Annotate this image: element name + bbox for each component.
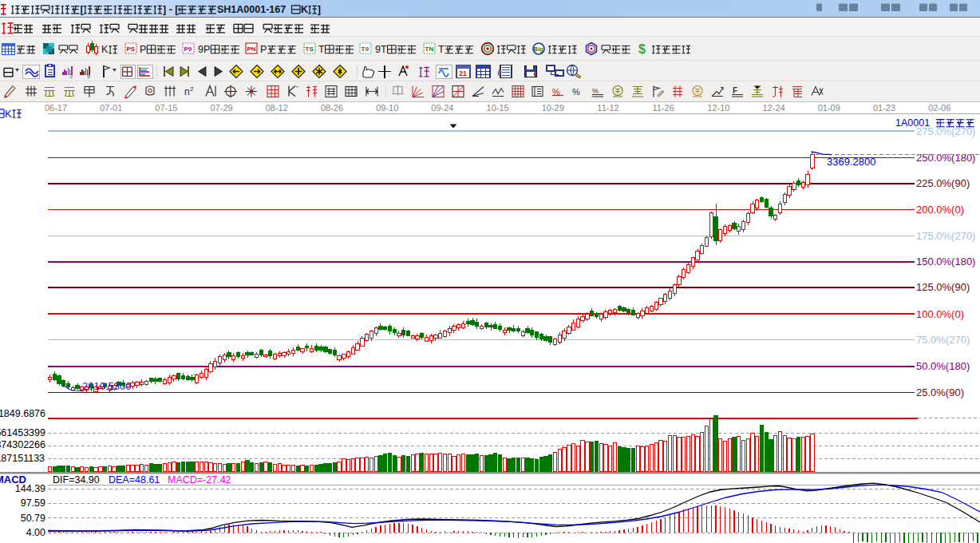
svg-text:MACD=-27.42: MACD=-27.42: [168, 474, 231, 486]
svg-text:07-29: 07-29: [211, 103, 233, 113]
svg-text:F: F: [733, 86, 737, 95]
svg-text:DIF=34.90: DIF=34.90: [53, 474, 100, 486]
svg-text:n: n: [184, 86, 190, 97]
svg-text:9T: 9T: [375, 44, 387, 55]
svg-text:11-12: 11-12: [597, 103, 618, 113]
svg-text:100.0%(0): 100.0%(0): [916, 308, 964, 320]
svg-text:08-26: 08-26: [321, 103, 343, 113]
svg-text:12-10: 12-10: [707, 103, 729, 113]
svg-text:Big: Big: [534, 46, 544, 53]
svg-text:3: 3: [69, 73, 73, 79]
svg-text:4.00: 4.00: [26, 527, 45, 538]
svg-text:21: 21: [459, 69, 467, 77]
svg-text:$: $: [638, 42, 646, 56]
svg-text:187151133: 187151133: [0, 453, 45, 464]
svg-text:250.0%(180): 250.0%(180): [916, 152, 975, 164]
svg-text:DEA=48.61: DEA=48.61: [109, 474, 160, 486]
svg-text:75.0%(270): 75.0%(270): [916, 334, 970, 346]
svg-text:06-17: 06-17: [45, 103, 67, 113]
svg-text:01-23: 01-23: [873, 103, 895, 113]
svg-text:2010.5300: 2010.5300: [82, 380, 131, 392]
svg-text:9P: 9P: [198, 44, 210, 55]
svg-text:3369.2800: 3369.2800: [827, 156, 875, 168]
svg-text:]: ]: [318, 4, 321, 15]
svg-text:144.39: 144.39: [15, 483, 45, 494]
svg-text:02-06: 02-06: [928, 103, 950, 113]
svg-text:08-12: 08-12: [266, 103, 288, 113]
svg-text:25.0%(90): 25.0%(90): [916, 386, 964, 398]
svg-text:09-10: 09-10: [376, 103, 398, 113]
svg-text:%: %: [592, 87, 599, 95]
svg-text:P9: P9: [184, 46, 192, 53]
svg-text:374302266: 374302266: [0, 439, 45, 450]
svg-text:9: 9: [87, 73, 90, 79]
svg-text:125.0%(90): 125.0%(90): [916, 281, 970, 293]
svg-text:561453399: 561453399: [0, 427, 45, 438]
svg-text:07-01: 07-01: [100, 103, 122, 113]
svg-text:T: T: [438, 44, 445, 55]
svg-text:50.79: 50.79: [21, 513, 45, 524]
svg-text:PN: PN: [247, 46, 256, 53]
svg-text:12-24: 12-24: [763, 103, 785, 113]
svg-text:P: P: [140, 44, 146, 55]
svg-text:%: %: [572, 87, 580, 97]
svg-text:T: T: [318, 44, 325, 55]
svg-text:K: K: [5, 108, 12, 120]
svg-text:10-15: 10-15: [487, 103, 509, 113]
svg-text:175.0%(270): 175.0%(270): [916, 230, 975, 242]
svg-text:200.0%(0): 200.0%(0): [916, 204, 964, 216]
svg-text:S: S: [310, 46, 314, 53]
svg-text:SH1A0001-167: SH1A0001-167: [217, 4, 286, 15]
svg-text:150.0%(180): 150.0%(180): [916, 256, 975, 268]
svg-text:9: 9: [366, 46, 369, 53]
svg-text:275.0%(270): 275.0%(270): [916, 125, 975, 137]
svg-text:09-24: 09-24: [431, 103, 453, 113]
svg-text:K: K: [301, 4, 308, 15]
svg-text:PS: PS: [127, 46, 136, 53]
svg-text:P: P: [260, 44, 267, 55]
svg-text:01-09: 01-09: [818, 103, 840, 113]
svg-text:2: 2: [190, 85, 194, 93]
svg-text:11-26: 11-26: [653, 103, 674, 113]
svg-text:N: N: [429, 46, 434, 53]
svg-text:07-15: 07-15: [155, 103, 177, 113]
svg-text:": ": [296, 85, 298, 92]
svg-text:50.0%(180): 50.0%(180): [916, 360, 970, 372]
svg-text:K: K: [101, 44, 109, 55]
svg-text:225.0%(90): 225.0%(90): [916, 177, 970, 189]
svg-text:1849.6876: 1849.6876: [0, 408, 45, 419]
svg-text:10-29: 10-29: [542, 103, 564, 113]
svg-text:%: %: [552, 87, 560, 97]
svg-text:] - [: ] - [: [163, 4, 179, 15]
svg-text:97.59: 97.59: [21, 497, 45, 509]
